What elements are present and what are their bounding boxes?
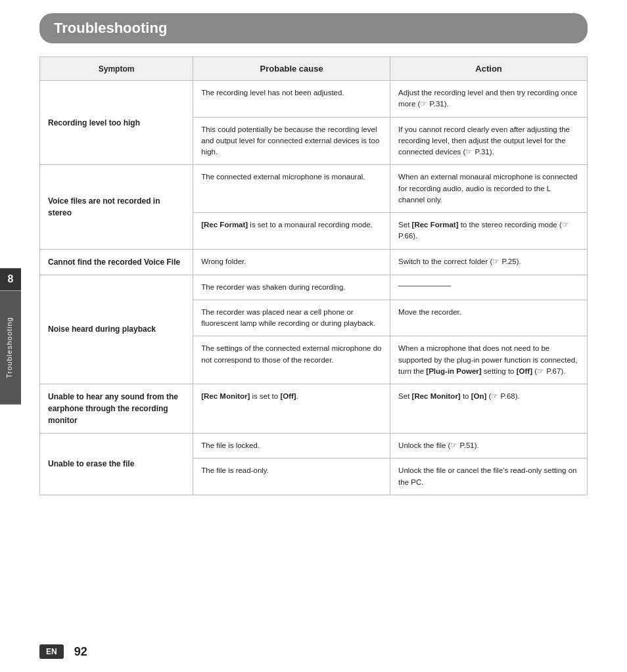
chapter-label: Troubleshooting — [0, 290, 21, 404]
cause-cell: Wrong folder. — [193, 249, 390, 275]
cause-cell: The file is read-only. — [193, 459, 390, 495]
cause-cell: The settings of the connected external m… — [193, 336, 390, 384]
action-cell: Move the recorder. — [390, 300, 588, 336]
cause-cell: This could potentially be because the re… — [193, 117, 390, 165]
action-cell: When a microphone that does not need to … — [390, 336, 588, 384]
chapter-number: 8 — [0, 268, 21, 290]
action-cell: When an external monaural microphone is … — [390, 165, 588, 213]
side-tab: 8 Troubleshooting — [0, 268, 21, 404]
troubleshooting-table: Symptom Probable cause Action Recording … — [39, 56, 588, 495]
action-cell: Set [Rec Monitor] to [On] (☞ P.68). — [390, 384, 588, 434]
action-cell: Set [Rec Format] to the stereo recording… — [390, 213, 588, 250]
action-cell: Unlock the file or cancel the file's rea… — [390, 459, 588, 495]
action-cell: Unlock the file (☞ P.51). — [390, 434, 588, 459]
header-symptom: Symptom — [40, 57, 193, 81]
cause-cell: The recorder was placed near a cell phon… — [193, 300, 390, 336]
cause-cell: The file is locked. — [193, 434, 390, 459]
page-number: 92 — [74, 645, 87, 659]
header-cause: Probable cause — [193, 57, 390, 81]
page-wrapper: Troubleshooting Symptom Probable cause A… — [0, 0, 627, 535]
action-cell: Switch to the correct folder (☞ P.25). — [390, 249, 588, 275]
language-badge: EN — [39, 644, 64, 659]
action-cell: If you cannot record clearly even after … — [390, 117, 588, 165]
header-action: Action — [390, 57, 588, 81]
cause-cell: The connected external microphone is mon… — [193, 165, 390, 213]
bottom-bar: EN 92 — [0, 644, 627, 659]
cause-cell: [Rec Format] is set to a monaural record… — [193, 213, 390, 250]
cause-cell: The recorder was shaken during recording… — [193, 275, 390, 300]
title-bar: Troubleshooting — [39, 13, 588, 43]
action-cell — [390, 275, 588, 300]
action-cell: Adjust the recording level and then try … — [390, 81, 588, 118]
cause-cell: [Rec Monitor] is set to [Off]. — [193, 384, 390, 434]
page-title: Troubleshooting — [54, 20, 573, 37]
cause-cell: The recording level has not been adjuste… — [193, 81, 390, 118]
